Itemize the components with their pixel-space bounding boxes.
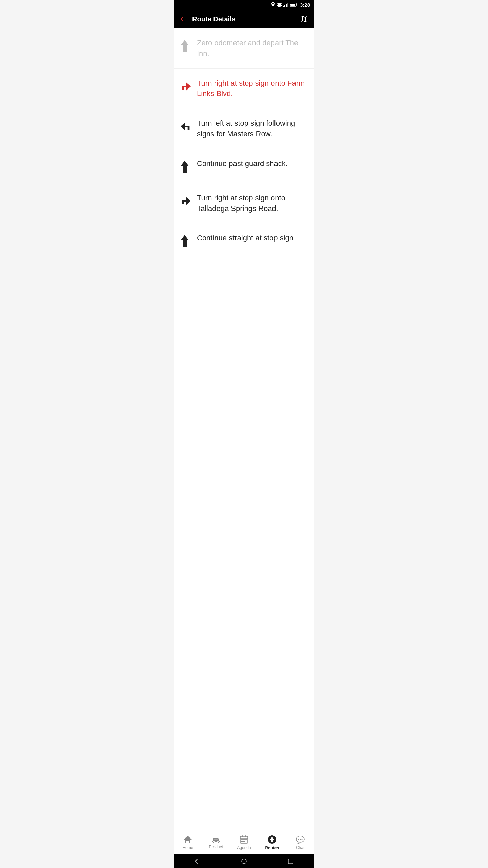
- location-icon: [271, 2, 276, 7]
- step-text-6: Continue straight at stop sign: [197, 233, 307, 243]
- svg-point-29: [242, 859, 246, 864]
- battery-icon: [290, 3, 297, 7]
- route-steps-list: Zero odometer and depart The Inn. Turn r…: [174, 28, 314, 868]
- route-step-4: Continue past guard shack.: [174, 149, 314, 183]
- nav-label-routes: Routes: [265, 846, 279, 850]
- app-header: Route Details: [174, 9, 314, 28]
- svg-rect-18: [241, 839, 243, 840]
- svg-rect-16: [245, 835, 246, 837]
- step-icon-3: [179, 118, 197, 133]
- step-icon-6: [179, 233, 197, 248]
- step-icon-4: [179, 159, 197, 174]
- svg-point-27: [301, 839, 302, 840]
- svg-marker-28: [195, 859, 198, 864]
- android-nav-bar: [174, 854, 314, 868]
- nav-item-chat[interactable]: Chat: [286, 830, 314, 854]
- svg-rect-1: [277, 3, 278, 4]
- svg-point-12: [213, 841, 215, 842]
- svg-point-25: [298, 839, 299, 840]
- signal-icon: [283, 2, 288, 7]
- step-icon-2: [179, 78, 197, 93]
- map-icon[interactable]: [299, 15, 309, 23]
- svg-rect-30: [288, 859, 293, 864]
- nav-item-routes[interactable]: Routes: [258, 830, 286, 854]
- step-icon-5: [179, 193, 197, 208]
- status-bar: 3:28: [174, 0, 314, 9]
- bottom-nav: Home Product: [174, 830, 314, 854]
- svg-rect-10: [296, 4, 297, 5]
- status-time: 3:28: [300, 2, 310, 8]
- svg-rect-19: [243, 839, 245, 840]
- step-text-3: Turn left at stop sign following signs f…: [197, 118, 307, 139]
- svg-rect-15: [242, 835, 243, 837]
- route-step-6: Continue straight at stop sign: [174, 223, 314, 257]
- route-step-2: Turn right at stop sign onto Farm Links …: [174, 69, 314, 109]
- vibrate-icon: [277, 2, 282, 7]
- home-nav-icon[interactable]: [241, 858, 247, 864]
- nav-item-agenda[interactable]: Agenda: [230, 830, 258, 854]
- nav-item-product[interactable]: Product: [202, 830, 230, 854]
- svg-rect-8: [287, 3, 288, 7]
- step-text-1: Zero odometer and depart The Inn.: [197, 38, 307, 59]
- page-title: Route Details: [192, 15, 299, 23]
- svg-point-26: [300, 839, 301, 840]
- svg-point-13: [217, 841, 219, 842]
- home-icon: [183, 835, 192, 844]
- svg-rect-21: [241, 841, 243, 842]
- route-step-1: Zero odometer and depart The Inn.: [174, 28, 314, 69]
- svg-rect-22: [243, 841, 245, 842]
- svg-rect-2: [277, 5, 278, 6]
- status-icons: 3:28: [271, 2, 310, 8]
- nav-label-home: Home: [182, 845, 193, 850]
- agenda-icon: [240, 835, 248, 844]
- route-step-3: Turn left at stop sign following signs f…: [174, 109, 314, 149]
- car-icon: [211, 836, 221, 843]
- nav-label-agenda: Agenda: [237, 845, 251, 850]
- svg-rect-11: [290, 4, 295, 6]
- nav-item-home[interactable]: Home: [174, 830, 202, 854]
- svg-rect-0: [278, 3, 281, 7]
- chat-icon: [296, 835, 305, 844]
- svg-rect-6: [284, 5, 285, 7]
- svg-rect-4: [281, 5, 282, 6]
- nav-label-chat: Chat: [296, 845, 304, 850]
- nav-label-product: Product: [209, 845, 223, 849]
- step-text-5: Turn right at stop sign onto Talladega S…: [197, 193, 307, 214]
- routes-icon: [267, 835, 277, 844]
- route-step-5: Turn right at stop sign onto Talladega S…: [174, 183, 314, 224]
- svg-rect-20: [245, 839, 247, 840]
- recents-nav-icon[interactable]: [288, 858, 294, 864]
- back-button[interactable]: [179, 15, 187, 23]
- step-text-4: Continue past guard shack.: [197, 159, 307, 169]
- svg-rect-5: [283, 6, 284, 7]
- step-text-2: Turn right at stop sign onto Farm Links …: [197, 78, 307, 99]
- svg-rect-7: [286, 4, 287, 7]
- svg-rect-3: [281, 3, 282, 4]
- step-icon-1: [179, 38, 197, 53]
- back-nav-icon[interactable]: [194, 858, 200, 864]
